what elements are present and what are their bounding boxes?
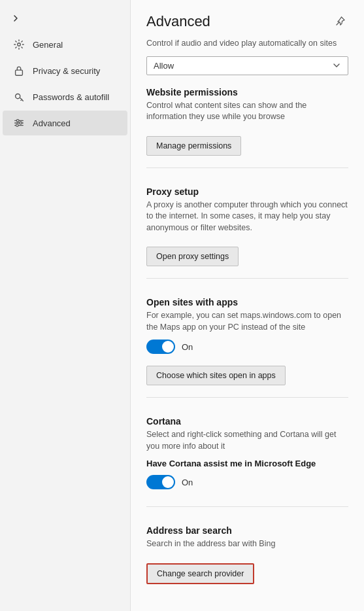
change-search-provider-button[interactable]: Change search provider	[146, 563, 254, 584]
sidebar-item-passwords-autofill[interactable]: Passwords & autofill	[3, 84, 127, 109]
open-sites-apps-toggle-row: On	[146, 340, 348, 354]
manage-permissions-button[interactable]: Manage permissions	[146, 136, 241, 156]
choose-sites-open-in-apps-button[interactable]: Choose which sites open in apps	[146, 366, 286, 385]
key-icon	[13, 91, 25, 103]
chevron-right-icon	[10, 13, 21, 24]
address-bar-search-section: Address bar search Search in the address…	[146, 525, 348, 596]
pin-icon[interactable]	[333, 13, 348, 31]
audio-video-dropdown[interactable]: Allow	[146, 56, 348, 75]
sidebar-item-privacy-security[interactable]: Privacy & security	[3, 58, 127, 83]
page-title: Advanced	[146, 13, 210, 30]
open-sites-apps-heading: Open sites with apps	[146, 297, 348, 307]
svg-line-9	[337, 22, 339, 25]
sidebar-item-general-label: General	[33, 40, 63, 50]
open-sites-apps-section: Open sites with apps For example, you ca…	[146, 297, 348, 398]
website-permissions-heading: Website permissions	[146, 87, 348, 97]
sidebar-back-button[interactable]	[0, 8, 130, 29]
proxy-setup-section: Proxy setup A proxy is another computer …	[146, 186, 348, 279]
svg-point-8	[16, 124, 19, 127]
svg-point-0	[18, 43, 21, 46]
main-content: Advanced Control if audio and video play…	[131, 0, 364, 611]
open-sites-apps-toggle[interactable]	[146, 340, 175, 354]
sliders-icon	[13, 117, 25, 129]
open-proxy-settings-button[interactable]: Open proxy settings	[146, 247, 239, 266]
audio-video-dropdown-row: Allow	[146, 56, 348, 75]
cortana-toggle[interactable]	[146, 475, 175, 489]
website-permissions-description: Control what content sites can show and …	[146, 100, 348, 123]
svg-rect-1	[16, 70, 23, 75]
open-sites-apps-toggle-label: On	[182, 342, 193, 352]
toggle-knob	[162, 341, 174, 353]
cortana-description: Select and right-click something and Cor…	[146, 429, 348, 452]
sidebar: General Privacy & security Passwords & a…	[0, 0, 131, 611]
website-permissions-block: Website permissions Control what content…	[146, 87, 348, 156]
svg-point-2	[16, 94, 20, 99]
open-sites-apps-description: For example, you can set maps.windows.co…	[146, 310, 348, 333]
cortana-toggle-row: On	[146, 475, 348, 489]
cortana-section: Cortana Select and right-click something…	[146, 416, 348, 507]
cortana-heading: Cortana	[146, 416, 348, 427]
sidebar-item-general[interactable]: General	[3, 32, 127, 57]
page-title-row: Advanced	[146, 13, 348, 34]
cortana-assist-label: Have Cortana assist me in Microsoft Edge	[146, 459, 348, 468]
lock-icon	[13, 65, 25, 77]
svg-point-6	[16, 120, 19, 122]
sidebar-item-advanced-label: Advanced	[33, 118, 71, 128]
proxy-setup-description: A proxy is another computer through whic…	[146, 200, 348, 234]
sidebar-item-advanced[interactable]: Advanced	[3, 111, 127, 135]
audio-video-section: Control if audio and video play automati…	[146, 38, 348, 168]
svg-point-7	[20, 122, 22, 124]
sidebar-item-passwords-autofill-label: Passwords & autofill	[33, 92, 109, 102]
dropdown-value: Allow	[154, 61, 174, 71]
proxy-setup-heading: Proxy setup	[146, 186, 348, 197]
sidebar-item-privacy-security-label: Privacy & security	[33, 66, 100, 76]
address-bar-search-description: Search in the address bar with Bing	[146, 538, 348, 550]
chevron-down-icon	[332, 61, 341, 70]
address-bar-search-heading: Address bar search	[146, 525, 348, 536]
cortana-toggle-knob	[162, 476, 174, 488]
gear-icon	[13, 39, 25, 50]
audio-video-description: Control if audio and video play automati…	[146, 38, 348, 50]
cortana-toggle-label: On	[182, 478, 193, 487]
